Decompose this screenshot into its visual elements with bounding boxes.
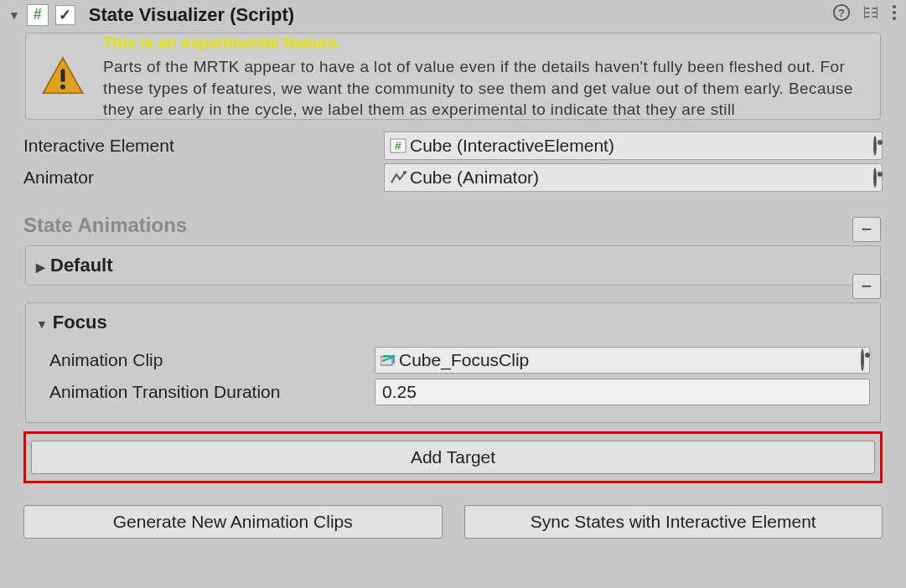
object-picker-icon[interactable]	[873, 169, 877, 187]
add-target-button[interactable]: Add Target	[31, 441, 875, 474]
sync-states-button[interactable]: Sync States with Interactive Element	[464, 505, 883, 539]
warning-heading: This is an experimental feature.	[103, 33, 868, 54]
animation-clip-field[interactable]: Cube_FocusClip	[375, 347, 870, 374]
svg-point-6	[60, 85, 65, 90]
animation-clip-label: Animation Clip	[49, 350, 375, 370]
interactive-element-row: Interactive Element # Cube (InteractiveE…	[0, 130, 906, 162]
chevron-right-icon	[36, 255, 45, 276]
animator-label: Animator	[23, 168, 375, 188]
default-state-block: Default	[25, 245, 881, 286]
svg-point-4	[893, 17, 896, 20]
interactive-element-label: Interactive Element	[23, 136, 375, 156]
experimental-warning-box: This is an experimental feature. Parts o…	[25, 33, 881, 120]
generate-clips-button[interactable]: Generate New Animation Clips	[23, 505, 443, 539]
svg-rect-5	[60, 70, 65, 82]
clip-icon	[381, 353, 396, 367]
svg-point-9	[403, 171, 406, 174]
focus-state-name: Focus	[53, 312, 107, 333]
menu-icon[interactable]	[891, 4, 898, 25]
svg-text:?: ?	[838, 7, 845, 19]
help-icon[interactable]: ?	[832, 3, 851, 26]
chevron-down-icon	[36, 312, 48, 333]
component-foldout-toggle[interactable]: ▼	[8, 8, 20, 22]
animator-value: Cube (Animator)	[410, 168, 539, 188]
svg-text:#: #	[395, 139, 401, 152]
remove-state-button[interactable]: −	[852, 274, 881, 299]
script-icon: #	[27, 4, 49, 26]
focus-state-block: Focus Animation Clip Cube_FocusClip Anim…	[25, 302, 881, 423]
add-target-highlight: Add Target	[23, 431, 883, 483]
enable-checkbox[interactable]	[55, 5, 75, 25]
preset-icon[interactable]	[862, 4, 879, 25]
focus-foldout-header[interactable]: Focus	[26, 303, 880, 342]
animation-clip-value: Cube_FocusClip	[399, 350, 529, 370]
warning-icon	[38, 54, 88, 99]
interactive-element-value: Cube (InteractiveElement)	[410, 136, 614, 156]
remove-state-button[interactable]: −	[852, 217, 881, 242]
component-header: ▼ # State Visualizer (Script) ?	[0, 0, 906, 33]
object-picker-icon[interactable]	[873, 137, 877, 155]
script-mini-icon: #	[390, 137, 406, 154]
transition-duration-input[interactable]	[375, 379, 870, 405]
animator-row: Animator Cube (Animator)	[0, 162, 906, 193]
svg-point-2	[893, 5, 896, 8]
default-state-name: Default	[50, 255, 113, 276]
component-title: State Visualizer (Script)	[89, 4, 829, 26]
animator-field[interactable]: Cube (Animator)	[384, 163, 883, 192]
transition-duration-label: Animation Transition Duration	[49, 382, 375, 402]
animator-mini-icon	[390, 169, 406, 186]
default-foldout-header[interactable]: Default	[26, 246, 880, 285]
object-picker-icon[interactable]	[861, 350, 864, 370]
state-animations-heading: State Animations	[0, 193, 906, 245]
interactive-element-field[interactable]: # Cube (InteractiveElement)	[384, 132, 883, 160]
warning-body: Parts of the MRTK appear to have a lot o…	[103, 56, 868, 120]
svg-point-3	[893, 11, 896, 14]
